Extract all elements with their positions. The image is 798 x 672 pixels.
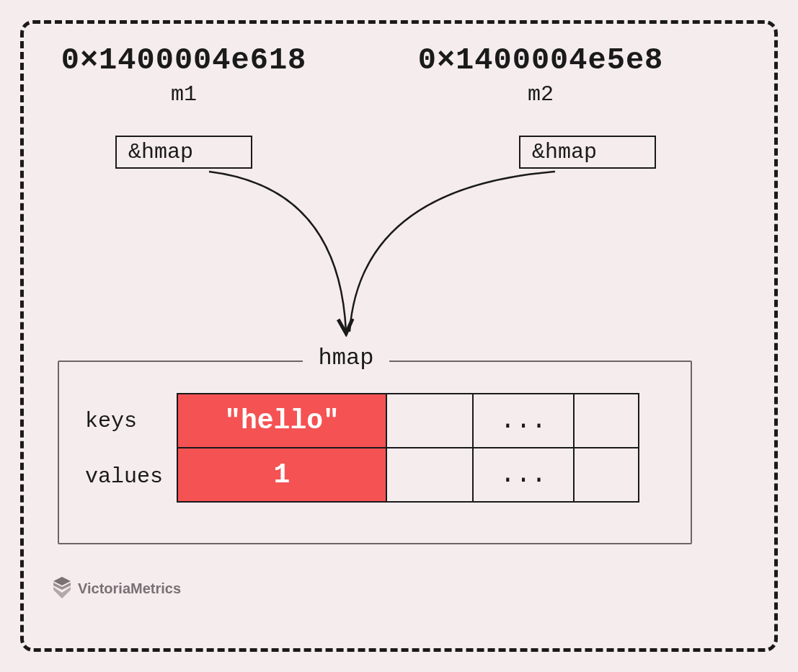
address-m2: 0×1400004e5e8 xyxy=(400,43,681,78)
address-m1: 0×1400004e618 xyxy=(43,43,324,78)
value-cell-1: 1 xyxy=(177,448,386,502)
varname-m2: m2 xyxy=(400,82,681,107)
pointer-m1: 0×1400004e618 m1 xyxy=(43,43,324,107)
key-cell-ellipsis: ... xyxy=(473,394,574,448)
table-row: "hello" ... xyxy=(177,394,639,448)
table-row: 1 ... xyxy=(177,448,639,502)
hmap-title: hmap xyxy=(303,345,389,371)
diagram-container xyxy=(20,20,778,652)
victoriametrics-icon xyxy=(50,577,74,600)
key-cell-empty xyxy=(386,394,473,448)
hmap-ref-m1: &hmap xyxy=(115,136,252,169)
value-cell-trailing xyxy=(574,448,639,502)
key-cell-trailing xyxy=(574,394,639,448)
branding-text: VictoriaMetrics xyxy=(78,580,181,597)
keys-label: keys xyxy=(85,409,137,433)
branding-logo: VictoriaMetrics xyxy=(50,577,181,600)
hmap-table: "hello" ... 1 ... xyxy=(177,393,639,503)
key-cell-hello: "hello" xyxy=(177,394,386,448)
value-cell-ellipsis: ... xyxy=(473,448,574,502)
value-cell-empty xyxy=(386,448,473,502)
values-label: values xyxy=(85,464,163,489)
pointer-m2: 0×1400004e5e8 m2 xyxy=(400,43,681,107)
hmap-ref-m2: &hmap xyxy=(519,136,656,169)
varname-m1: m1 xyxy=(43,82,324,107)
